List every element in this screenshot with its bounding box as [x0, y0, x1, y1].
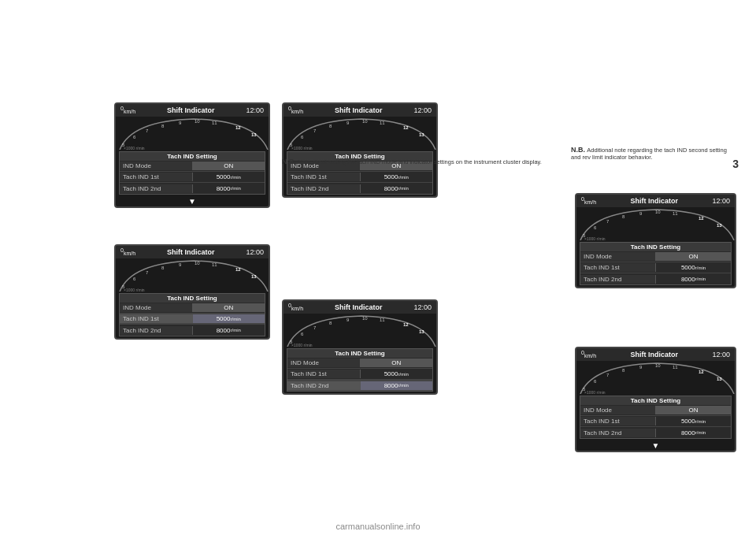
panel-3-title: Shift Indicator: [167, 248, 215, 256]
section-number: 3: [732, 158, 739, 170]
svg-text:10: 10: [362, 119, 368, 124]
watermark: carmanualsonline.info: [335, 522, 420, 531]
svg-text:11: 11: [212, 262, 217, 267]
svg-text:13: 13: [251, 132, 257, 137]
svg-text:8: 8: [622, 214, 625, 219]
svg-text:12: 12: [235, 267, 241, 272]
svg-text:10: 10: [195, 119, 200, 124]
svg-text:×1000 r/min: ×1000 r/min: [124, 146, 145, 150]
panel-4-1st-value: 5000 r/min: [361, 370, 433, 378]
panel-1-header: 0km/h Shift Indicator 12:00: [116, 104, 269, 117]
panel-2-title: Shift Indicator: [335, 106, 383, 114]
panel-3-2nd-label: Tach IND 2nd: [120, 326, 193, 335]
svg-text:12: 12: [699, 216, 704, 221]
panel-6-title: Shift Indicator: [631, 351, 679, 359]
svg-text:9: 9: [179, 121, 182, 125]
panel-5-settings: Tach IND Setting IND Mode ON Tach IND 1s…: [580, 242, 732, 285]
nb-right-label: N.B.: [571, 146, 585, 154]
panel-2-row-1st: Tach IND 1st 5000 r/min: [287, 172, 432, 183]
panel-3-1st-label: Tach IND 1st: [120, 314, 193, 323]
svg-text:6: 6: [594, 379, 597, 384]
svg-text:9: 9: [346, 121, 350, 125]
panel-5-ind-value: ON: [656, 252, 731, 261]
panel-1-speed: 0km/h: [120, 106, 135, 115]
svg-text:×1000 r/min: ×1000 r/min: [124, 288, 145, 292]
svg-text:11: 11: [673, 365, 678, 370]
panel-1-gauge: 5 6 7 8 9 10 11 12 13 ×1000 r/min: [116, 117, 269, 150]
svg-text:×1000 r/min: ×1000 r/min: [584, 236, 606, 240]
panel-5-speed: 0km/h: [581, 196, 596, 206]
svg-text:8: 8: [161, 124, 165, 128]
svg-text:6: 6: [301, 332, 304, 336]
panel-6-arrow: ▼: [576, 440, 735, 451]
panel-2-2nd-value: 8000 r/min: [361, 184, 433, 193]
svg-text:7: 7: [313, 325, 317, 330]
svg-text:6: 6: [301, 135, 304, 139]
svg-text:9: 9: [639, 211, 643, 216]
panel-4-row-1st: Tach IND 1st 5000 r/min: [287, 369, 432, 380]
svg-text:10: 10: [655, 210, 661, 214]
panel-2-row-2nd: Tach IND 2nd 8000 r/min: [287, 183, 432, 194]
svg-text:9: 9: [179, 262, 182, 267]
panel-2-header: 0km/h Shift Indicator 12:00: [284, 104, 436, 117]
svg-text:6: 6: [133, 277, 136, 281]
panel-6-ind-label: IND Mode: [580, 406, 656, 414]
panel-4-time: 12:00: [413, 303, 432, 311]
svg-text:×1000 r/min: ×1000 r/min: [584, 390, 606, 394]
nb-right-text: Additional note regarding the tach IND s…: [571, 147, 727, 161]
svg-text:12: 12: [403, 125, 409, 130]
panel-3-time: 12:00: [246, 248, 264, 256]
panel-6-settings: Tach IND Setting IND Mode ON Tach IND 1s…: [580, 396, 732, 439]
panel-4-row-ind: IND Mode ON: [287, 358, 432, 369]
svg-text:8: 8: [329, 124, 332, 128]
panel-1-2nd-value: 8000 r/min: [193, 184, 265, 193]
panel-5-2nd-label: Tach IND 2nd: [580, 275, 656, 284]
panel-5-row-2nd: Tach IND 2nd 8000 r/min: [580, 273, 731, 284]
panel-3-settings: Tach IND Setting IND Mode ON Tach IND 1s…: [119, 293, 265, 336]
panel-4-2nd-value: 8000 r/min: [361, 381, 433, 390]
panel-3-row-1st: Tach IND 1st 5000 r/min: [120, 314, 265, 325]
panel-4-ind-label: IND Mode: [287, 359, 361, 367]
panel-1-title: Shift Indicator: [167, 106, 215, 114]
panel-3: 0km/h Shift Indicator 12:00 5 6 7 8 9 10…: [114, 244, 270, 340]
panel-6-setting-title: Tach IND Setting: [580, 396, 731, 405]
panel-3-ind-value: ON: [193, 303, 265, 312]
panel-6-2nd-label: Tach IND 2nd: [580, 429, 656, 437]
panel-3-2nd-value: 8000 r/min: [193, 326, 265, 335]
panel-4-settings: Tach IND Setting IND Mode ON Tach IND 1s…: [287, 348, 433, 392]
panel-1-time: 12:00: [246, 106, 264, 114]
svg-text:6: 6: [594, 225, 597, 230]
panel-3-gauge: 5 6 7 8 9 10 11 12 13 ×1000 r/min: [116, 258, 269, 292]
panel-5-title: Shift Indicator: [631, 197, 679, 205]
panel-6-time: 12:00: [712, 351, 730, 359]
svg-text:10: 10: [195, 261, 200, 266]
panel-1: 0km/h Shift Indicator 12:00 5 6 7 8 9 10…: [114, 102, 270, 208]
panel-5-row-ind: IND Mode ON: [580, 251, 731, 262]
svg-text:×1000 r/min: ×1000 r/min: [291, 146, 313, 150]
panel-6-speed: 0km/h: [581, 350, 596, 359]
panel-5-gauge: 5 6 7 8 9 10 11 12 13 ×1000 r/min: [576, 207, 735, 240]
panel-2-2nd-label: Tach IND 2nd: [287, 184, 361, 193]
panel-3-header: 0km/h Shift Indicator 12:00: [116, 246, 269, 258]
panel-1-1st-label: Tach IND 1st: [120, 173, 193, 181]
panel-1-2nd-label: Tach IND 2nd: [120, 184, 193, 193]
svg-text:7: 7: [313, 128, 317, 133]
panel-1-row-2nd: Tach IND 2nd 8000 r/min: [120, 183, 265, 194]
panel-6-2nd-value: 8000 r/min: [656, 429, 731, 437]
nb-top-text: Note about setting the tach IND mode and…: [298, 158, 542, 165]
panel-1-settings: Tach IND Setting IND Mode ON Tach IND 1s…: [119, 151, 265, 195]
svg-text:10: 10: [655, 363, 661, 368]
panel-6: 0km/h Shift Indicator 12:00 5 6 7 8 9 10…: [575, 347, 736, 452]
panel-1-ind-value: ON: [193, 162, 265, 170]
svg-text:13: 13: [251, 274, 257, 279]
page-container: 0km/h Shift Indicator 12:00 5 6 7 8 9 10…: [0, 0, 756, 535]
svg-text:×1000 r/min: ×1000 r/min: [291, 343, 313, 347]
panel-2-1st-value: 5000 r/min: [361, 173, 433, 181]
svg-text:7: 7: [146, 128, 149, 133]
panel-5-setting-title: Tach IND Setting: [580, 243, 731, 251]
panel-5-1st-value: 5000 r/min: [656, 263, 731, 272]
panel-6-header: 0km/h Shift Indicator 12:00: [576, 348, 735, 361]
panel-1-arrow: ▼: [116, 196, 269, 206]
svg-text:12: 12: [699, 370, 704, 374]
panel-6-ind-value: ON: [656, 406, 731, 414]
